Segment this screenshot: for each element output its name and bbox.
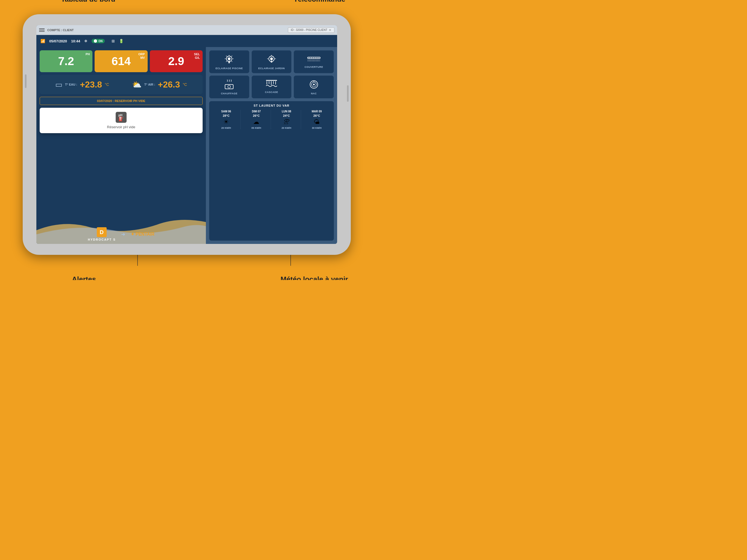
nac-icon [308, 79, 319, 90]
nac-label: NAC [311, 92, 317, 95]
close-icon[interactable]: ✕ [329, 28, 331, 32]
label-tableau-de-bord: Tableau de bord [61, 0, 115, 4]
ph-icon-box: pH⛽ [115, 112, 127, 123]
sel-sensor-box: 2.9 SELG/L [150, 50, 203, 72]
wave-brand-area: D HYDROCAPT S ➜ ✦ PENTAIR [36, 208, 206, 244]
chauffage-label: CHAUFFAGE [221, 92, 238, 95]
day3-wind: 20 KM/H [282, 127, 291, 129]
ph-value: 7.2 [58, 55, 74, 68]
temperature-row: ▭ T° EAU : +23.8 °C ⛅ T° AIR : [40, 75, 203, 94]
toggle-label: ON [98, 40, 103, 43]
temp-air-value: +26.3 [158, 80, 180, 90]
weather-widget: ST LAURENT DU VAR SAM 06 28°C ☀ 20 KM/H [209, 101, 334, 240]
tablet-screen: COMPTE : CLIENT ID : 32000 - PISCINE CLI… [36, 25, 337, 244]
brand-d-icon: D [97, 227, 107, 237]
ph-unit: PH [85, 52, 90, 56]
status-time: 10:44 [71, 39, 80, 43]
id-box: ID : 32000 - PISCINE CLIENT ✕ [288, 27, 334, 33]
hydrocapt-logo: D HYDROCAPT S [88, 227, 115, 241]
side-button-right[interactable] [347, 85, 349, 102]
couverture-label: COUVERTURE [305, 66, 323, 68]
eclairage-piscine-icon [224, 54, 235, 65]
day2-temp: 26°C [253, 114, 260, 117]
pentair-logo: ✦ PENTAIR [131, 232, 154, 237]
control-couverture[interactable]: COUVERTURE [294, 50, 334, 73]
day3-name: LUN 08 [282, 110, 291, 113]
signal-icon: 📶 [41, 39, 45, 43]
ph-sensor-box: 7.2 PH [40, 50, 93, 72]
on-off-toggle[interactable]: ON [92, 39, 105, 43]
control-cascade[interactable]: CASCADE [252, 75, 292, 98]
weather-days: SAM 06 28°C ☀ 20 KM/H DIM 07 26°C ☁ 05 K… [212, 110, 331, 129]
compte-label: COMPTE : CLIENT [47, 28, 74, 32]
ph-icon-text: pH⛽ [119, 114, 124, 121]
day3-temp: 24°C [283, 114, 290, 117]
temp-eau-unit: °C [105, 82, 109, 87]
label-telecommande: Télécommande [294, 0, 345, 4]
day1-wind: 20 KM/H [221, 127, 231, 129]
svg-point-34 [313, 84, 315, 85]
temp-eau-info: T° EAU : [65, 83, 77, 86]
cascade-icon [265, 79, 278, 88]
temp-eau-label: T° EAU : [65, 83, 77, 86]
brand-name: HYDROCAPT S [88, 238, 115, 241]
sel-unit: SELG/L [194, 52, 200, 59]
svg-point-9 [228, 57, 231, 60]
sensor-row: 7.2 PH 614 ORPMV 2.9 SELG/L [40, 50, 203, 72]
temp-eau-value: +23.8 [80, 80, 102, 90]
status-bar: 📶 05/07/2020 10:44 ❄ ON ⊞ 🔋 [36, 35, 337, 47]
day2-wind: 05 KM/H [252, 127, 261, 129]
water-icon: ▭ [55, 80, 62, 89]
alert-popup-text: Réservoir pH vide [107, 125, 135, 129]
day2-icon: ☁ [253, 119, 259, 126]
alert-banner: 03/07/2020 : RESERVOIR PH VIDE [40, 97, 203, 105]
screen-header: COMPTE : CLIENT ID : 32000 - PISCINE CLI… [36, 25, 337, 35]
hamburger-menu[interactable] [39, 28, 45, 32]
control-eclairage-piscine[interactable]: ECLAIRAGE PISCINE [209, 50, 249, 73]
day4-icon: 🌤 [314, 119, 319, 126]
left-panel: 7.2 PH 614 ORPMV 2.9 SELG/L [36, 47, 206, 244]
control-nac[interactable]: NAC [294, 75, 334, 98]
pentair-name: ✦ PENTAIR [131, 232, 154, 237]
svg-point-26 [228, 85, 231, 88]
control-eclairage-jardin[interactable]: ECLAIRAGE JARDIN [252, 50, 292, 73]
eclairage-jardin-label: ECLAIRAGE JARDIN [258, 67, 285, 70]
right-panel: ECLAIRAGE PISCINE ECLAIRAGE JARDIN [206, 47, 337, 244]
weather-day-2: DIM 07 26°C ☁ 05 KM/H [242, 110, 271, 129]
label-alertes: Alertes [72, 275, 96, 280]
side-button-left[interactable] [25, 74, 27, 88]
svg-rect-17 [308, 57, 320, 58]
control-chauffage[interactable]: CHAUFFAGE [209, 75, 249, 98]
temp-air-label: T° AIR : [145, 83, 155, 86]
alert-popup: pH⛽ Réservoir pH vide [40, 108, 203, 133]
temp-air-item: ⛅ T° AIR : +26.3 °C [132, 80, 187, 90]
brand-area: D HYDROCAPT S ➜ ✦ PENTAIR [36, 227, 206, 241]
day4-temp: 26°C [313, 114, 320, 117]
orp-value: 614 [111, 55, 131, 68]
cascade-label: CASCADE [265, 91, 278, 94]
toggle-dot [94, 40, 97, 43]
weather-day-4: MAR 09 26°C 🌤 30 KM/H [302, 110, 331, 129]
sel-value: 2.9 [168, 55, 184, 68]
day4-wind: 30 KM/H [312, 127, 322, 129]
alert-banner-text: 03/07/2020 : RESERVOIR PH VIDE [97, 99, 146, 103]
day1-icon: ☀ [223, 119, 229, 126]
temp-eau-item: ▭ T° EAU : +23.8 °C [55, 80, 109, 90]
eclairage-piscine-label: ECLAIRAGE PISCINE [215, 67, 243, 70]
weather-day-3: LUN 08 24°C ⛈ 20 KM/H [272, 110, 301, 129]
tablet-frame: COMPTE : CLIENT ID : 32000 - PISCINE CLI… [23, 14, 351, 255]
chauffage-icon [224, 79, 235, 90]
day1-name: SAM 06 [221, 110, 231, 113]
temp-air-info: T° AIR : [145, 83, 155, 86]
screen-body: 7.2 PH 614 ORPMV 2.9 SELG/L [36, 47, 337, 244]
outer-wrapper: Tableau de bord Télécommande Alertes Mét… [23, 14, 351, 266]
status-date: 05/07/2020 [49, 39, 67, 43]
svg-point-14 [270, 57, 273, 60]
day2-name: DIM 07 [252, 110, 261, 113]
controls-grid: ECLAIRAGE PISCINE ECLAIRAGE JARDIN [209, 50, 334, 98]
day3-icon: ⛈ [284, 119, 289, 126]
label-meteo: Météo locale à venir [281, 275, 348, 280]
weather-city: ST LAURENT DU VAR [212, 104, 331, 107]
temp-air-unit: °C [183, 82, 187, 87]
eclairage-jardin-icon [266, 54, 277, 65]
